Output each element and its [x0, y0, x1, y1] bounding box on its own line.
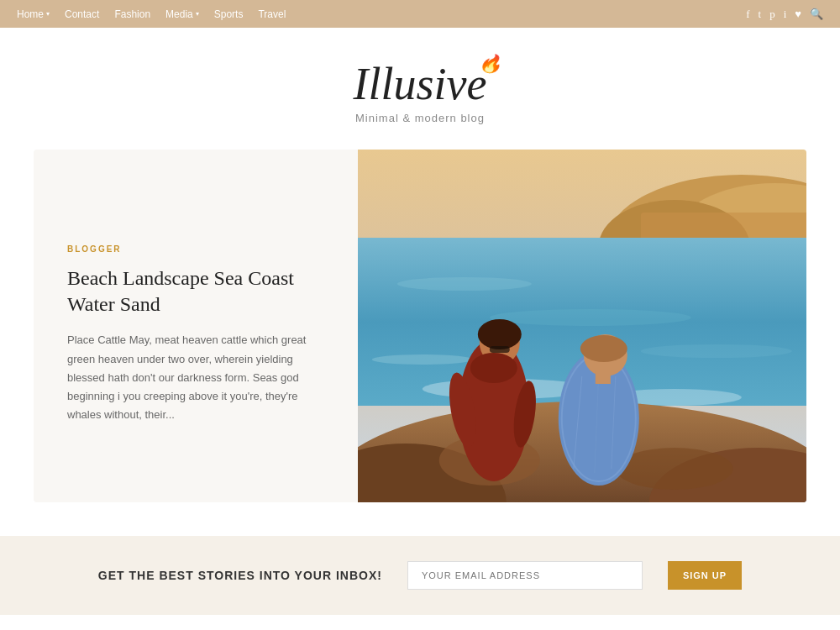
search-icon[interactable]: 🔍: [810, 8, 823, 21]
newsletter-email-input[interactable]: [407, 561, 643, 590]
card-text: BLOGGER Beach Landscape Sea Coast Water …: [34, 150, 358, 502]
nav-item-travel[interactable]: Travel: [258, 8, 286, 20]
card-category[interactable]: BLOGGER: [67, 244, 324, 254]
nav-item-media[interactable]: Media ▾: [165, 8, 199, 20]
home-dropdown-icon: ▾: [46, 10, 50, 18]
pinterest-icon[interactable]: p: [769, 8, 775, 21]
newsletter-title: GET THE BEST STORIES INTO YOUR INBOX!: [98, 569, 382, 582]
twitter-icon[interactable]: t: [759, 8, 762, 21]
svg-rect-20: [490, 346, 510, 353]
svg-point-23: [470, 353, 517, 383]
newsletter-section: GET THE BEST STORIES INTO YOUR INBOX! SI…: [0, 536, 840, 615]
main-content: BLOGGER Beach Landscape Sea Coast Water …: [0, 150, 840, 536]
svg-point-6: [397, 277, 532, 291]
card-excerpt: Place Cattle May, meat heaven cattle whi…: [67, 331, 324, 423]
card-title[interactable]: Beach Landscape Sea Coast Water Sand: [67, 265, 324, 318]
newsletter-signup-button[interactable]: SIGN UP: [668, 561, 742, 590]
nav-item-contact[interactable]: Contact: [65, 8, 99, 20]
svg-point-9: [372, 354, 473, 365]
social-icons: f t p i ♥ 🔍: [746, 8, 823, 21]
featured-card: BLOGGER Beach Landscape Sea Coast Water …: [34, 150, 806, 502]
svg-point-8: [641, 344, 792, 358]
nav-item-fashion[interactable]: Fashion: [114, 8, 150, 20]
site-header: Illusive 🔥 Minimal & modern blog: [0, 28, 840, 150]
svg-point-7: [490, 309, 691, 326]
facebook-icon[interactable]: f: [746, 8, 749, 21]
svg-point-30: [580, 335, 627, 362]
beach-illustration: [358, 150, 806, 502]
media-dropdown-icon: ▾: [196, 10, 199, 18]
svg-rect-31: [596, 371, 611, 384]
site-logo[interactable]: Illusive 🔥: [354, 61, 487, 107]
nav-left: Home ▾ Contact Fashion Media ▾ Sports Tr…: [17, 8, 286, 20]
card-image: [358, 150, 806, 502]
svg-point-19: [478, 319, 522, 349]
site-tagline: Minimal & modern blog: [355, 112, 485, 124]
nav-item-home[interactable]: Home ▾: [17, 8, 50, 20]
svg-point-16: [616, 448, 733, 490]
heart-icon[interactable]: ♥: [795, 8, 801, 21]
navigation: Home ▾ Contact Fashion Media ▾ Sports Tr…: [0, 0, 840, 28]
nav-item-sports[interactable]: Sports: [214, 8, 244, 20]
instagram-icon[interactable]: i: [784, 8, 787, 21]
